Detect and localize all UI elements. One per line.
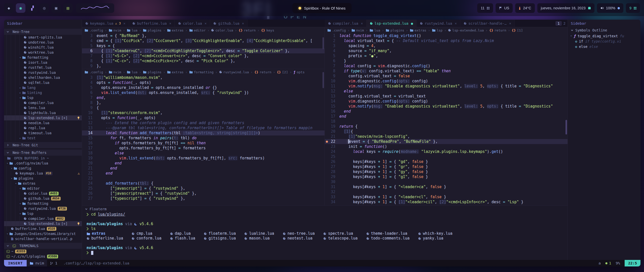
- tree-item-compiler-lua[interactable]: compiler.lua: [4, 100, 82, 105]
- code-line[interactable]: 21 end: [82, 166, 325, 171]
- keyboard-layout-widget[interactable]: US: [496, 3, 513, 13]
- code-line[interactable]: 4cmd = { [1]"CccPick", [2]"CccConvert", …: [82, 38, 325, 43]
- tab-keymaps-lua[interactable]: keymaps.lua⚠ 3×: [82, 20, 129, 27]
- close-icon[interactable]: ×: [509, 21, 511, 25]
- code-line[interactable]: 24 add_formatters(tbl: {: [82, 181, 325, 186]
- modified-dot-icon[interactable]: ●: [411, 21, 413, 25]
- close-icon[interactable]: ×: [242, 21, 244, 25]
- breadcrumb-item[interactable]: {}keys: [261, 28, 274, 32]
- tab-color-lua[interactable]: color.lua×: [175, 20, 210, 27]
- code-line[interactable]: 5 opts.ensure_installed = opts.ensure_in…: [82, 85, 325, 90]
- section-terminals[interactable]: TERMINALS: [4, 243, 82, 249]
- code-line[interactable]: 1local function toggle_diag_virtext(): [325, 33, 568, 38]
- code-line[interactable]: 33 keys[#keys + 1] = { "<leader>cl", fal…: [325, 194, 568, 199]
- code-line[interactable]: 4opts = function(_, opts): [82, 80, 325, 85]
- section-neotree-git[interactable]: Neo-Tree Git: [4, 142, 82, 148]
- tree-item-lsp-extended-lu[interactable]: lsp-extended.lu[+]: [4, 115, 82, 120]
- scrollbar-thumb[interactable]: [323, 72, 324, 88]
- tree-item-rustywind-lua[interactable]: rustywind.lua: [4, 70, 82, 75]
- code-line[interactable]: 10 vim.diagnostic.config(opts: config): [325, 79, 568, 84]
- tree-item-shellharden-lua[interactable]: shellharden.lua: [4, 75, 82, 80]
- breadcrumb-item[interactable]: lsp: [432, 28, 442, 32]
- code-line[interactable]: 18: [325, 119, 568, 124]
- breadcrumb-item[interactable]: nvim: [109, 70, 121, 74]
- tree-item-plugins[interactable]: ▾plugins: [4, 176, 82, 181]
- code-line[interactable]: 7end,: [82, 95, 325, 100]
- tab-lsp-extended-lua[interactable]: lsp-extended.lua●: [367, 20, 417, 27]
- breadcrumb-item[interactable]: formatting: [189, 70, 214, 74]
- tree-item-config[interactable]: ▾config: [4, 166, 82, 171]
- code-buffer[interactable]: 3[1]"williamboman/mason.nvim",4opts = fu…: [82, 75, 325, 201]
- close-icon[interactable]: ×: [169, 21, 171, 25]
- tabpage-2[interactable]: 2: [564, 21, 566, 25]
- tree-item-lens-lua[interactable]: lens.lua: [4, 105, 82, 110]
- code-line[interactable]: 3 spacing = 4,: [325, 43, 568, 48]
- breadcrumb-item[interactable]: {}return: [239, 28, 256, 32]
- tree-item-bufferline-lua[interactable]: bufferline.lua#328: [4, 226, 82, 231]
- close-icon[interactable]: ×: [205, 21, 207, 25]
- breadcrumb-item[interactable]: plugins: [143, 70, 162, 74]
- code-line[interactable]: 17 opts.formatters_by_ft[ft] = formatter…: [82, 146, 325, 151]
- tree-item-rustywind-lua[interactable]: rustywind.lua#726: [4, 206, 82, 211]
- breadcrumb-item[interactable]: extras: [167, 28, 184, 32]
- code-line[interactable]: 23 init = function(): [325, 144, 568, 149]
- code-line[interactable]: 14 local function add_formatters(tbl :ta…: [82, 130, 325, 135]
- tree-item--config-nvim-lua[interactable]: ▾.config/nvim/lua: [4, 161, 82, 166]
- breadcrumb-item[interactable]: lua: [127, 28, 137, 32]
- tree-item-timeout-lua[interactable]: timeout.lua: [4, 130, 82, 135]
- tree-item-rustfmt-lua[interactable]: rustfmt.lua: [4, 65, 82, 70]
- date-widget[interactable]: jueves, noviembre 16, 2023: [537, 3, 594, 13]
- breadcrumb-item[interactable]: plugins: [143, 28, 162, 32]
- code-line[interactable]: 15 for ft, formatters in pairs(t: tbl) d…: [82, 135, 325, 141]
- outline-item-else[interactable]: ◇elseelse: [568, 44, 640, 49]
- breadcrumb-item[interactable]: {}return: [489, 28, 506, 32]
- code-line[interactable]: 19 vim.list_extend(dst: opts.formatters_…: [82, 156, 325, 161]
- floaterm-terminal[interactable]: Floaterm cdlua/plugins/ nvim/lua/plugins…: [82, 206, 568, 260]
- tree-item-worktree-lua[interactable]: worktree.lua: [4, 50, 82, 55]
- topbar-editor-button[interactable]: ▞: [28, 3, 37, 13]
- scrollbar-thumb[interactable]: [323, 37, 324, 49]
- tree-item-lsp-extended-lu[interactable]: lsp-extended.lu[+]: [4, 221, 82, 226]
- breadcrumb-item[interactable]: {}return: [254, 70, 271, 74]
- code-buffer[interactable]: 3event = { "BufRead" },4cmd = { [1]"CccP…: [82, 33, 325, 69]
- code-line[interactable]: 18 else: [82, 151, 325, 156]
- code-line[interactable]: 6 { [1]"<leader>uC", [2]"<cmd>CccHighlig…: [82, 48, 325, 53]
- tree-item-editor[interactable]: ▾editor: [4, 186, 82, 191]
- code-line[interactable]: 26 ["javascriptreact"] = { "rustywind" }…: [82, 191, 325, 196]
- code-line[interactable]: 25: [325, 154, 568, 159]
- breadcrumb-item[interactable]: nvim: [351, 28, 364, 32]
- tree-item-lightbulb-lua[interactable]: lightbulb.lua: [4, 110, 82, 115]
- workspace-number-widget[interactable]: 9: [626, 3, 640, 13]
- tree-item-keymaps-lua[interactable]: keymaps.lua#10⚠: [4, 171, 82, 176]
- code-line[interactable]: 21 [1]"neovim/nvim-lspconfig",: [325, 134, 568, 139]
- code-line[interactable]: 20 end: [82, 161, 325, 166]
- code-line[interactable]: 8},: [82, 100, 325, 105]
- code-line[interactable]: 30: [325, 179, 568, 184]
- tree-item-test[interactable]: ▸test: [4, 135, 82, 141]
- tree-item-smart-splits-lua[interactable]: smart-splits.lua: [4, 35, 82, 40]
- code-line[interactable]: 10 [1]"stevearc/conform.nvim",: [82, 110, 325, 115]
- tree-item-winshift-lua[interactable]: winshift.lua: [4, 45, 82, 50]
- code-line[interactable]: 9{: [82, 105, 325, 110]
- tree-item-neodim-lua[interactable]: neodim.lua: [4, 120, 82, 125]
- outline-item-if[interactable]: ◇ifif type(config.vi: [568, 39, 640, 44]
- tree-item-lang[interactable]: ▸lang: [4, 85, 82, 90]
- code-line[interactable]: 23: [82, 176, 325, 181]
- code-line[interactable]: 13 ---@param tbl table<string, conform.F…: [82, 125, 325, 130]
- tab-rustywind-lua[interactable]: rustywind.lua×: [417, 20, 460, 27]
- close-icon[interactable]: ×: [123, 21, 125, 25]
- code-line[interactable]: 16 if opts.formatters_by_ft[ft] == nil t…: [82, 141, 325, 146]
- code-line[interactable]: 29 keys[#keys + 1] = { "gI", false }: [325, 174, 568, 179]
- tree-item-~-c-n-l-plugins[interactable]: ~/.c/n/l/plugins#3980: [4, 254, 82, 259]
- code-line[interactable]: 20 [1]{: [325, 129, 568, 134]
- code-line[interactable]: 34 keys[#keys + 1] = { [1]"<leader>cil",…: [325, 199, 568, 205]
- code-line[interactable]: 5 prefix = "●",: [325, 53, 568, 58]
- close-icon[interactable]: ×: [361, 21, 363, 25]
- scrollbar-thumb[interactable]: [566, 120, 567, 134]
- tree-item-Juegos-Indies-SteamLibrary-st[interactable]: ▾Juegos/Indies/SteamLibrary/st: [4, 231, 82, 236]
- tab-scrollbar-handle-[interactable]: scrollbar-handle-…×: [460, 20, 515, 27]
- tree-item-extras[interactable]: ▾extras: [4, 181, 82, 186]
- code-line[interactable]: 24 local keys = require(modname: "lazyvi…: [325, 149, 568, 154]
- code-line[interactable]: 12 else: [325, 89, 568, 94]
- topbar-launcher-button[interactable]: ◈: [4, 3, 14, 13]
